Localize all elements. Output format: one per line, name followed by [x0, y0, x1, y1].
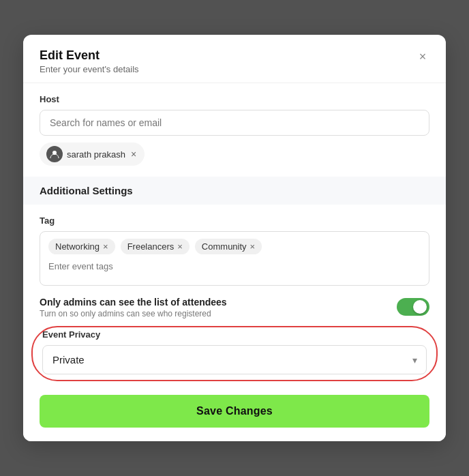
attendees-toggle-row: Only admins can see the list of attendee…	[40, 297, 429, 318]
modal-body: Host sarath prakash × Additional Setting…	[23, 83, 446, 385]
toggle-slider	[397, 298, 429, 316]
tag-remove-community[interactable]: ×	[250, 242, 256, 251]
tag-chip-community: Community ×	[195, 239, 262, 254]
tag-label: Tag	[40, 215, 429, 226]
host-label: Host	[40, 94, 429, 104]
privacy-section-inner: Event Privacy Public Private Invite Only…	[40, 329, 429, 374]
privacy-label: Event Privacy	[42, 329, 427, 340]
host-section: Host sarath prakash ×	[40, 94, 429, 166]
privacy-section: Event Privacy Public Private Invite Only…	[40, 329, 429, 374]
edit-event-modal: Edit Event Enter your event's details × …	[23, 35, 446, 441]
tag-remove-freelancers[interactable]: ×	[177, 242, 183, 251]
modal-title: Edit Event	[40, 48, 429, 63]
additional-settings-header: Additional Settings	[23, 177, 446, 205]
tags-container[interactable]: Networking × Freelancers × Community ×	[40, 231, 429, 286]
host-avatar	[46, 146, 63, 162]
host-remove-button[interactable]: ×	[130, 149, 138, 159]
attendees-toggle-desc: Turn on so only admins can see who regis…	[40, 309, 227, 318]
modal-header: Edit Event Enter your event's details ×	[23, 35, 446, 83]
modal-overlay: Edit Event Enter your event's details × …	[0, 0, 469, 476]
host-name: sarath prakash	[67, 149, 125, 160]
host-tag: sarath prakash ×	[40, 143, 145, 166]
tag-section: Tag Networking × Freelancers × Community	[40, 215, 429, 286]
attendees-toggle[interactable]	[397, 298, 429, 316]
attendees-toggle-label: Only admins can see the list of attendee…	[40, 297, 227, 308]
tag-remove-networking[interactable]: ×	[103, 242, 108, 251]
close-button[interactable]: ×	[413, 47, 432, 66]
modal-footer: Save Changes	[23, 385, 446, 441]
tag-chip-networking: Networking ×	[48, 239, 115, 254]
modal-subtitle: Enter your event's details	[40, 64, 429, 74]
tags-row: Networking × Freelancers × Community ×	[48, 239, 421, 254]
tag-input[interactable]	[48, 261, 421, 271]
privacy-dropdown-wrapper: Public Private Invite Only ▾	[42, 345, 427, 374]
save-changes-button[interactable]: Save Changes	[40, 395, 429, 428]
tag-chip-freelancers: Freelancers ×	[121, 239, 190, 254]
privacy-dropdown[interactable]: Public Private Invite Only	[42, 345, 427, 374]
host-search-input[interactable]	[40, 110, 429, 136]
